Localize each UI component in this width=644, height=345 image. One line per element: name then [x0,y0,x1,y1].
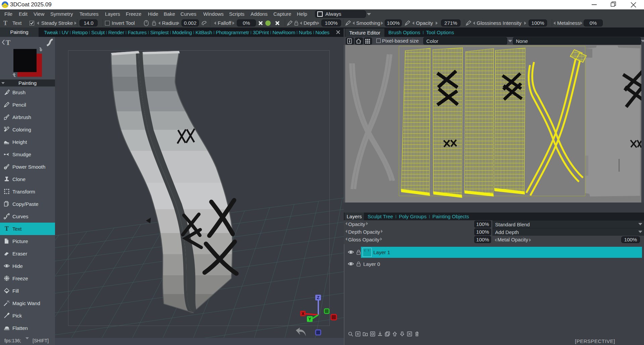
svg-text:Z: Z [317,295,320,300]
svg-text:T: T [6,39,10,47]
svg-text:T: T [5,226,9,232]
svg-text:X: X [302,311,305,316]
svg-text:Y: Y [308,317,311,322]
